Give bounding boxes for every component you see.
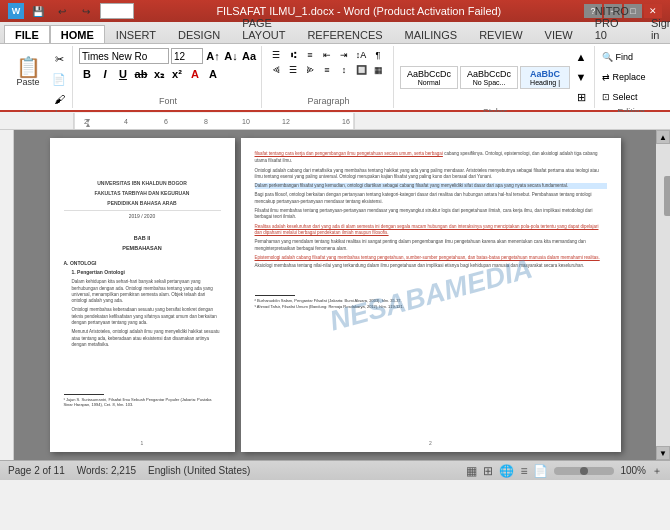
status-right: ▦ ⊞ 🌐 ≡ 📄 100% ＋ [466, 464, 662, 478]
replace-button[interactable]: ⇄ Replace [601, 68, 661, 86]
numbering-button[interactable]: ⑆ [285, 48, 301, 62]
undo-value-box[interactable]: 0 pt ▾ [100, 3, 134, 19]
style-normal-label: Normal [407, 79, 451, 86]
cut-button[interactable]: ✂ [50, 50, 68, 68]
style-normal-preview: AaBbCcDc [407, 69, 451, 79]
text-block-2: Ontologi membahas keberadaan sesuatu yan… [64, 307, 221, 326]
zoom-thumb[interactable] [580, 467, 588, 475]
svg-text:12: 12 [282, 118, 290, 125]
redo-button[interactable]: ↪ [76, 2, 96, 20]
page-indicator: Page 2 of 11 [8, 465, 65, 476]
style-heading1-preview: AaBbC [527, 69, 563, 79]
scroll-thumb[interactable] [664, 176, 670, 216]
svg-text:8: 8 [204, 118, 208, 125]
full-screen-view-button[interactable]: ⊞ [483, 464, 493, 478]
font-shrink-button[interactable]: A↓ [223, 49, 239, 63]
tab-references[interactable]: REFERENCES [296, 25, 393, 43]
editing-group: 🔍 Find ⇄ Replace ⊡ Select Editing [597, 46, 665, 108]
tab-nitro[interactable]: NITRO PRO 10 [584, 1, 640, 43]
line-spacing-button[interactable]: ↕ [336, 63, 352, 77]
tab-page-layout[interactable]: PAGE LAYOUT [231, 13, 296, 43]
right-text-block-5: Aksiologi membahas tentang nilai-nilai y… [255, 263, 607, 269]
sort-button[interactable]: ↕A [353, 48, 369, 62]
shading-button[interactable]: 🔲 [353, 63, 369, 77]
superscript-button[interactable]: x² [169, 67, 185, 81]
tab-design[interactable]: DESIGN [167, 25, 231, 43]
multilevel-button[interactable]: ≡ [302, 48, 318, 62]
tab-view[interactable]: VIEW [534, 25, 584, 43]
red-text-1: filsafat tentang cara kerja dan pengemba… [255, 151, 443, 156]
year-text: 2019 / 2020 [64, 213, 221, 220]
bold-button[interactable]: B [79, 67, 95, 81]
tab-mailings[interactable]: MAILINGS [394, 25, 469, 43]
faculty-name: FAKULTAS TARBIYAH DAN KEGURUAN [64, 190, 221, 197]
editing-content: 🔍 Find ⇄ Replace ⊡ Select [601, 48, 661, 106]
footnote-line-right [255, 295, 295, 296]
vertical-ruler [0, 130, 14, 460]
align-right-button[interactable]: ⫸ [302, 63, 318, 77]
styles-up-button[interactable]: ▲ [572, 48, 590, 66]
style-heading1[interactable]: AaBbC Heading | [520, 66, 570, 89]
tab-insert[interactable]: INSERT [105, 25, 167, 43]
align-left-button[interactable]: ⫷ [268, 63, 284, 77]
strikethrough-button[interactable]: ab [133, 67, 149, 81]
save-button[interactable]: 💾 [28, 2, 48, 20]
ribbon-tabs: FILE HOME INSERT DESIGN PAGE LAYOUT REFE… [0, 22, 670, 44]
paragraph-content: ☰ ⑆ ≡ ⇤ ⇥ ↕A ¶ ⫷ ☰ ⫸ ≡ ↕ 🔲 ▦ [268, 48, 389, 95]
web-layout-view-button[interactable]: 🌐 [499, 464, 514, 478]
select-button[interactable]: ⊡ Select [601, 88, 661, 106]
subsection: 1. Pengertian Ontologi [64, 269, 221, 276]
print-layout-view-button[interactable]: ▦ [466, 464, 477, 478]
align-center-button[interactable]: ☰ [285, 63, 301, 77]
undo-dropdown-icon[interactable]: ▾ [124, 6, 129, 17]
font-grow-button[interactable]: A↑ [205, 49, 221, 63]
scroll-up-button[interactable]: ▲ [656, 130, 670, 144]
underline-button[interactable]: U [115, 67, 131, 81]
text-color-button[interactable]: A [187, 67, 203, 81]
svg-rect-1 [74, 113, 354, 129]
border-button[interactable]: ▦ [370, 63, 386, 77]
scroll-down-button[interactable]: ▼ [656, 446, 670, 460]
font-size-input[interactable] [171, 48, 203, 64]
styles-down-button[interactable]: ▼ [572, 68, 590, 86]
styles-content: AaBbCcDc Normal AaBbCcDc No Spac... AaBb… [400, 48, 590, 106]
right-text-block-2: Bagi para filosof, ontologi berkaitan de… [255, 192, 607, 205]
bullets-button[interactable]: ☰ [268, 48, 284, 62]
language-indicator: English (United States) [148, 465, 250, 476]
show-formatting-button[interactable]: ¶ [370, 48, 386, 62]
right-text-block-1: Ontologi adalah cabang dari metafisika y… [255, 168, 607, 181]
red-section: Realitas adalah keseluruhan dari yang ad… [255, 224, 607, 237]
undo-button[interactable]: ↩ [52, 2, 72, 20]
font-style-row: B I U ab x₂ x² A A [79, 67, 221, 81]
tab-home[interactable]: HOME [50, 25, 105, 43]
ruler: 2 4 6 8 10 12 16 [0, 112, 670, 130]
tab-review[interactable]: REVIEW [468, 25, 533, 43]
italic-button[interactable]: I [97, 67, 113, 81]
tab-file[interactable]: FILE [4, 25, 50, 43]
format-painter-button[interactable]: 🖌 [50, 90, 68, 108]
dept-name: PENDIDIKAN BAHASA ARAB [64, 200, 221, 207]
page-right: NESABAMEDIA filsafat tentang cara kerja … [241, 138, 621, 452]
sign-in-link[interactable]: Sign in [640, 13, 670, 43]
more-red-text: Epistemologi adalah cabang filsafat yang… [255, 255, 607, 261]
style-normal[interactable]: AaBbCcDc Normal [400, 66, 458, 89]
vertical-scrollbar[interactable]: ▲ ▼ [656, 130, 670, 460]
copy-button[interactable]: 📄 [50, 70, 68, 88]
paste-button[interactable]: 📋 Paste [8, 48, 48, 96]
subscript-button[interactable]: x₂ [151, 67, 167, 81]
highlight-button[interactable]: A [205, 67, 221, 81]
paragraph-group: ☰ ⑆ ≡ ⇤ ⇥ ↕A ¶ ⫷ ☰ ⫸ ≡ ↕ 🔲 ▦ Paragraph [264, 46, 394, 108]
clear-format-button[interactable]: Aa [241, 49, 257, 63]
outline-view-button[interactable]: ≡ [520, 464, 527, 478]
font-name-input[interactable] [79, 48, 169, 64]
draft-view-button[interactable]: 📄 [533, 464, 548, 478]
increase-indent-button[interactable]: ⇥ [336, 48, 352, 62]
title-separator [64, 210, 221, 211]
status-bar: Page 2 of 11 Words: 2,215 English (Unite… [0, 460, 670, 480]
decrease-indent-button[interactable]: ⇤ [319, 48, 335, 62]
zoom-in-button[interactable]: ＋ [652, 464, 662, 478]
style-no-spacing[interactable]: AaBbCcDc No Spac... [460, 66, 518, 89]
styles-expand-button[interactable]: ⊞ [572, 88, 590, 106]
find-button[interactable]: 🔍 Find [601, 48, 661, 66]
justify-button[interactable]: ≡ [319, 63, 335, 77]
